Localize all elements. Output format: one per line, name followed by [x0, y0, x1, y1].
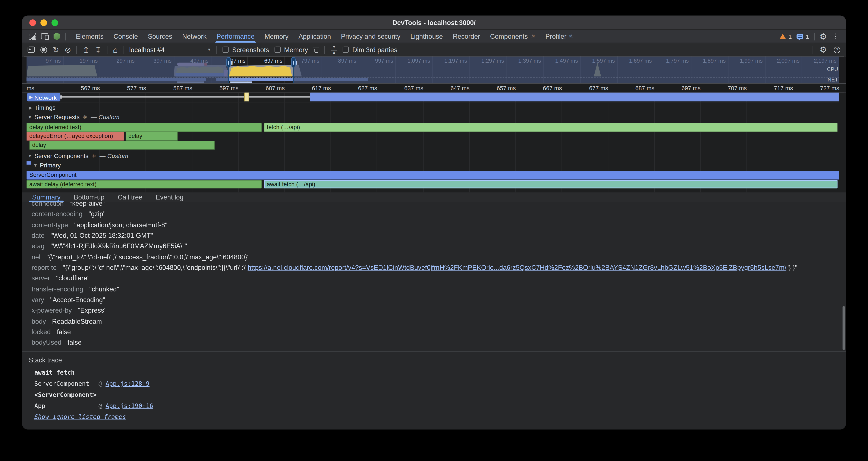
tab-console[interactable]: Console — [108, 30, 143, 43]
ruler-time-label: 647 ms — [423, 84, 469, 92]
response-property-row: nel"{\"report_to\":\"cf-nel\",\"success_… — [32, 252, 835, 263]
home-button[interactable]: ⌂ — [113, 46, 118, 54]
tab-memory[interactable]: Memory — [259, 30, 293, 43]
tab-components[interactable]: Components⚛ — [485, 30, 540, 43]
issues-count[interactable]: 1 — [806, 33, 809, 39]
history-select[interactable]: localhost #4 ▼ — [129, 46, 211, 54]
timings-track-label[interactable]: ▶ Timings — [27, 103, 839, 111]
settings-gear-icon[interactable]: ⚙ — [819, 32, 827, 40]
source-location-link[interactable]: App.js:128:9 — [105, 378, 150, 390]
reload-and-record-button[interactable]: ↻ — [53, 46, 59, 54]
warning-icon[interactable] — [780, 34, 786, 39]
tab-sources[interactable]: Sources — [143, 30, 177, 43]
custom-track-suffix: — Custom — [99, 152, 128, 159]
react-atom-icon: ⚛ — [568, 33, 574, 40]
issues-icon[interactable] — [797, 34, 804, 39]
dim-3rd-parties-label[interactable]: Dim 3rd parties — [352, 46, 398, 54]
shrink-rows-icon[interactable]: ▼ ▲ — [331, 45, 337, 54]
report-endpoint-link[interactable]: https://a.nel.cloudflare.com/report/v4?s… — [248, 264, 786, 271]
flame-chart-tracks[interactable]: ▶ Network ▶ Timings ▼ Server Requests ⚛ … — [22, 93, 846, 193]
collect-garbage-button[interactable] — [314, 47, 319, 53]
ruler-time-label: 617 ms — [285, 84, 331, 92]
capture-settings-gear-icon[interactable]: ⚙ — [819, 46, 827, 54]
network-track[interactable]: ▶ Network — [27, 93, 839, 102]
ruler-time-label: 587 ms — [146, 84, 192, 92]
tab-lighthouse[interactable]: Lighthouse — [405, 30, 448, 43]
trash-icon — [314, 47, 319, 53]
tab-application[interactable]: Application — [293, 30, 336, 43]
stack-frame-label: <ServerComponent> — [34, 390, 97, 401]
device-toolbar-icon[interactable] — [41, 33, 48, 39]
response-properties: connection"keep-alive"content-encoding"g… — [32, 202, 835, 348]
timeline-event-bar[interactable]: await delay (deferred text) — [27, 180, 261, 189]
download-profile-button[interactable]: ↧ — [95, 46, 101, 54]
server-components-header[interactable]: ▼ Server Components ⚛ — Custom — [27, 152, 839, 161]
response-property-row: vary"Accept-Encoding" — [32, 295, 835, 306]
tab-network[interactable]: Network — [177, 30, 212, 43]
warning-count[interactable]: 1 — [788, 33, 792, 39]
tab-elements[interactable]: Elements — [71, 30, 108, 43]
dim-3rd-parties-checkbox[interactable] — [343, 47, 349, 53]
timings-track[interactable]: ▶ Timings — [27, 103, 839, 112]
timeline-event-bar[interactable] — [244, 93, 249, 101]
ruler-time-label: 697 ms — [654, 84, 701, 92]
tab-performance[interactable]: Performance — [212, 30, 259, 43]
timeline-event-bar[interactable]: delay — [29, 141, 215, 149]
timeline-event-bar[interactable]: delay — [126, 132, 178, 141]
property-key: connection — [32, 202, 64, 207]
selection-handle-right[interactable]: ❚❚ — [291, 57, 296, 67]
timeline-event-bar[interactable]: delayedError (…ayed exception) — [27, 132, 124, 141]
screenshots-checkbox[interactable] — [223, 47, 229, 53]
help-icon[interactable]: ? — [834, 46, 840, 53]
memory-label[interactable]: Memory — [284, 46, 308, 54]
details-tab-event-log[interactable]: Event log — [150, 192, 189, 202]
response-property-row: content-encoding"gzip" — [32, 209, 835, 220]
selection-handle-left[interactable]: ❚❚ — [226, 57, 231, 67]
server-requests-header[interactable]: ▼ Server Requests ⚛ — Custom — [27, 114, 839, 122]
timeline-event-bar[interactable]: ServerComponent — [27, 171, 839, 179]
details-tab-bottom-up[interactable]: Bottom-up — [68, 192, 110, 202]
stack-frame: await fetch — [34, 367, 835, 378]
detail-time-ruler[interactable]: ms567 ms577 ms587 ms597 ms607 ms617 ms62… — [22, 84, 846, 92]
server-requests-title: Server Requests — [34, 114, 80, 120]
server-components-row: await delay (deferred text)await fetch (… — [27, 180, 839, 189]
inspect-element-icon[interactable] — [29, 33, 36, 40]
tab-recorder[interactable]: Recorder — [448, 30, 485, 43]
timeline-event-bar[interactable]: await fetch (…/api) — [264, 180, 837, 189]
upload-profile-button[interactable]: ↥ — [83, 46, 89, 54]
details-tab-summary[interactable]: Summary — [27, 192, 66, 202]
source-location-link[interactable]: App.js:190:16 — [105, 401, 153, 412]
expand-triangle-icon: ▼ — [33, 163, 38, 168]
arrow-down-icon: ▼ — [332, 45, 336, 48]
scrollbar-thumb[interactable] — [843, 306, 845, 350]
tab-label: Performance — [217, 32, 255, 40]
line — [331, 49, 337, 49]
property-key: server — [32, 275, 50, 282]
timeline-overview[interactable]: 97 ms197 ms297 ms397 ms497 ms597 ms697 m… — [22, 56, 846, 84]
screenshots-label[interactable]: Screenshots — [232, 46, 269, 54]
response-property-row: bodyUsedfalse — [32, 338, 835, 348]
memory-checkbox[interactable] — [275, 47, 281, 53]
network-track-label[interactable]: ▶ Network — [27, 93, 60, 102]
divider — [65, 32, 66, 40]
expand-triangle-icon: ▼ — [28, 153, 32, 158]
toggle-sidebar-button[interactable] — [28, 47, 35, 53]
more-options-icon[interactable]: ⋮ — [832, 33, 839, 40]
summary-pane[interactable]: connection"keep-alive"content-encoding"g… — [22, 202, 846, 351]
timeline-event-bar[interactable]: delay (deferred text) — [27, 123, 261, 132]
response-property-row: bodyReadableStream — [32, 316, 835, 327]
ruler-time-label: 567 ms — [54, 84, 100, 92]
record-button[interactable] — [40, 46, 47, 53]
extension-icon[interactable] — [53, 32, 60, 40]
arrow-up-icon: ▲ — [332, 51, 336, 54]
network-request-line[interactable] — [59, 96, 310, 98]
tab-privacy-and-security[interactable]: Privacy and security — [336, 30, 405, 43]
timeline-event-bar[interactable]: fetch (…/api) — [264, 123, 837, 132]
timeline-event-bar[interactable] — [310, 93, 839, 101]
tab-profiler[interactable]: Profiler⚛ — [540, 30, 579, 43]
property-value: "{\"report_to\":\"cf-nel\",\"success_fra… — [46, 253, 250, 261]
clear-button[interactable]: ⊘ — [65, 46, 71, 54]
details-tab-call-tree[interactable]: Call tree — [112, 192, 148, 202]
server-components-group[interactable]: ▼ Primary — [27, 162, 839, 170]
show-ignore-listed-link[interactable]: Show ignore-listed frames — [34, 412, 126, 423]
